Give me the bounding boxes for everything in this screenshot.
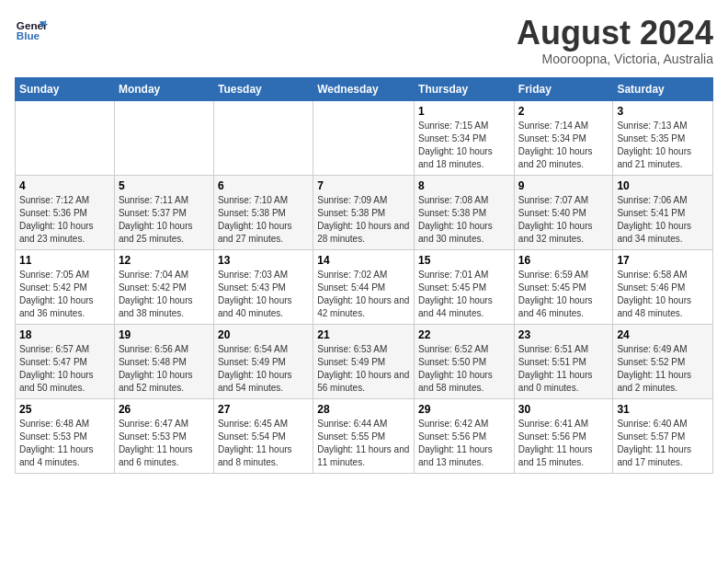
day-number: 5 [119, 179, 210, 192]
day-number: 29 [418, 403, 510, 416]
day-number: 19 [119, 328, 210, 341]
calendar-cell: 15Sunrise: 7:01 AM Sunset: 5:45 PM Dayli… [415, 249, 515, 324]
calendar-cell [114, 100, 213, 175]
day-number: 17 [617, 254, 709, 267]
day-number: 20 [218, 328, 309, 341]
day-info: Sunrise: 7:11 AM Sunset: 5:37 PM Dayligh… [119, 194, 210, 246]
calendar-cell: 3Sunrise: 7:13 AM Sunset: 5:35 PM Daylig… [613, 100, 713, 175]
calendar-cell: 23Sunrise: 6:51 AM Sunset: 5:51 PM Dayli… [514, 324, 613, 398]
day-number: 15 [418, 254, 510, 267]
day-number: 12 [119, 254, 210, 267]
calendar-cell: 16Sunrise: 6:59 AM Sunset: 5:45 PM Dayli… [514, 249, 613, 324]
day-info: Sunrise: 7:12 AM Sunset: 5:36 PM Dayligh… [19, 194, 110, 246]
calendar-cell: 22Sunrise: 6:52 AM Sunset: 5:50 PM Dayli… [415, 324, 515, 398]
calendar-cell: 29Sunrise: 6:42 AM Sunset: 5:56 PM Dayli… [415, 398, 515, 473]
day-number: 25 [19, 403, 110, 416]
day-info: Sunrise: 6:56 AM Sunset: 5:48 PM Dayligh… [119, 343, 210, 395]
day-number: 7 [317, 179, 410, 192]
calendar-cell: 14Sunrise: 7:02 AM Sunset: 5:44 PM Dayli… [313, 249, 415, 324]
day-info: Sunrise: 6:59 AM Sunset: 5:45 PM Dayligh… [518, 269, 609, 320]
calendar-cell: 30Sunrise: 6:41 AM Sunset: 5:56 PM Dayli… [514, 398, 613, 473]
calendar-cell: 10Sunrise: 7:06 AM Sunset: 5:41 PM Dayli… [613, 175, 713, 249]
calendar-cell: 6Sunrise: 7:10 AM Sunset: 5:38 PM Daylig… [213, 175, 313, 249]
day-info: Sunrise: 7:03 AM Sunset: 5:43 PM Dayligh… [218, 269, 309, 320]
month-title: August 2024 [517, 15, 713, 52]
svg-text:Blue: Blue [17, 29, 40, 41]
day-number: 27 [218, 403, 309, 416]
calendar-cell: 13Sunrise: 7:03 AM Sunset: 5:43 PM Dayli… [213, 249, 313, 324]
calendar-cell: 17Sunrise: 6:58 AM Sunset: 5:46 PM Dayli… [613, 249, 713, 324]
page-header: General Blue August 2024 Mooroopna, Vict… [15, 15, 713, 66]
calendar-cell: 31Sunrise: 6:40 AM Sunset: 5:57 PM Dayli… [613, 398, 713, 473]
day-info: Sunrise: 7:14 AM Sunset: 5:34 PM Dayligh… [518, 120, 609, 171]
calendar-cell: 24Sunrise: 6:49 AM Sunset: 5:52 PM Dayli… [613, 324, 713, 398]
logo-icon: General Blue [15, 15, 48, 48]
col-wednesday: Wednesday [313, 77, 415, 100]
day-number: 23 [518, 328, 609, 341]
day-info: Sunrise: 6:58 AM Sunset: 5:46 PM Dayligh… [617, 269, 709, 320]
calendar-cell: 27Sunrise: 6:45 AM Sunset: 5:54 PM Dayli… [213, 398, 313, 473]
day-info: Sunrise: 6:52 AM Sunset: 5:50 PM Dayligh… [418, 343, 510, 395]
day-info: Sunrise: 6:47 AM Sunset: 5:53 PM Dayligh… [119, 418, 210, 469]
calendar-cell: 9Sunrise: 7:07 AM Sunset: 5:40 PM Daylig… [514, 175, 613, 249]
day-number: 10 [617, 179, 709, 192]
day-info: Sunrise: 6:57 AM Sunset: 5:47 PM Dayligh… [19, 343, 110, 395]
calendar-week-2: 4Sunrise: 7:12 AM Sunset: 5:36 PM Daylig… [16, 175, 713, 249]
col-saturday: Saturday [613, 77, 713, 100]
calendar-header-row: Sunday Monday Tuesday Wednesday Thursday… [16, 77, 713, 100]
day-number: 4 [19, 179, 110, 192]
day-number: 13 [218, 254, 309, 267]
day-number: 24 [617, 328, 709, 341]
calendar-week-1: 1Sunrise: 7:15 AM Sunset: 5:34 PM Daylig… [16, 100, 713, 175]
calendar-cell: 18Sunrise: 6:57 AM Sunset: 5:47 PM Dayli… [16, 324, 115, 398]
col-friday: Friday [514, 77, 613, 100]
day-info: Sunrise: 6:45 AM Sunset: 5:54 PM Dayligh… [218, 418, 309, 469]
day-info: Sunrise: 6:49 AM Sunset: 5:52 PM Dayligh… [617, 343, 709, 395]
col-monday: Monday [114, 77, 213, 100]
day-info: Sunrise: 6:42 AM Sunset: 5:56 PM Dayligh… [418, 418, 510, 469]
calendar-cell: 12Sunrise: 7:04 AM Sunset: 5:42 PM Dayli… [114, 249, 213, 324]
day-number: 14 [317, 254, 410, 267]
day-info: Sunrise: 7:08 AM Sunset: 5:38 PM Dayligh… [418, 194, 510, 246]
calendar-cell: 4Sunrise: 7:12 AM Sunset: 5:36 PM Daylig… [16, 175, 115, 249]
col-thursday: Thursday [415, 77, 515, 100]
calendar-cell: 20Sunrise: 6:54 AM Sunset: 5:49 PM Dayli… [213, 324, 313, 398]
calendar-cell: 26Sunrise: 6:47 AM Sunset: 5:53 PM Dayli… [114, 398, 213, 473]
day-info: Sunrise: 7:13 AM Sunset: 5:35 PM Dayligh… [617, 120, 709, 171]
day-number: 9 [518, 179, 609, 192]
calendar-week-3: 11Sunrise: 7:05 AM Sunset: 5:42 PM Dayli… [16, 249, 713, 324]
day-number: 30 [518, 403, 609, 416]
day-info: Sunrise: 7:05 AM Sunset: 5:42 PM Dayligh… [19, 269, 110, 320]
day-number: 16 [518, 254, 609, 267]
day-number: 8 [418, 179, 510, 192]
day-info: Sunrise: 7:02 AM Sunset: 5:44 PM Dayligh… [317, 269, 410, 320]
day-info: Sunrise: 7:15 AM Sunset: 5:34 PM Dayligh… [418, 120, 510, 171]
day-info: Sunrise: 7:06 AM Sunset: 5:41 PM Dayligh… [617, 194, 709, 246]
calendar-cell: 11Sunrise: 7:05 AM Sunset: 5:42 PM Dayli… [16, 249, 115, 324]
calendar-cell: 5Sunrise: 7:11 AM Sunset: 5:37 PM Daylig… [114, 175, 213, 249]
calendar-cell: 7Sunrise: 7:09 AM Sunset: 5:38 PM Daylig… [313, 175, 415, 249]
calendar-cell: 2Sunrise: 7:14 AM Sunset: 5:34 PM Daylig… [514, 100, 613, 175]
day-info: Sunrise: 7:01 AM Sunset: 5:45 PM Dayligh… [418, 269, 510, 320]
day-info: Sunrise: 6:40 AM Sunset: 5:57 PM Dayligh… [617, 418, 709, 469]
calendar-cell [16, 100, 115, 175]
day-info: Sunrise: 6:41 AM Sunset: 5:56 PM Dayligh… [518, 418, 609, 469]
day-info: Sunrise: 6:44 AM Sunset: 5:55 PM Dayligh… [317, 418, 410, 469]
col-tuesday: Tuesday [213, 77, 313, 100]
day-number: 11 [19, 254, 110, 267]
calendar-week-5: 25Sunrise: 6:48 AM Sunset: 5:53 PM Dayli… [16, 398, 713, 473]
day-info: Sunrise: 6:53 AM Sunset: 5:49 PM Dayligh… [317, 343, 410, 395]
calendar-week-4: 18Sunrise: 6:57 AM Sunset: 5:47 PM Dayli… [16, 324, 713, 398]
calendar-cell [213, 100, 313, 175]
calendar-cell: 1Sunrise: 7:15 AM Sunset: 5:34 PM Daylig… [415, 100, 515, 175]
col-sunday: Sunday [16, 77, 115, 100]
day-number: 18 [19, 328, 110, 341]
day-number: 3 [617, 105, 709, 118]
calendar-cell: 19Sunrise: 6:56 AM Sunset: 5:48 PM Dayli… [114, 324, 213, 398]
day-number: 21 [317, 328, 410, 341]
calendar-cell: 25Sunrise: 6:48 AM Sunset: 5:53 PM Dayli… [16, 398, 115, 473]
day-number: 6 [218, 179, 309, 192]
calendar-cell: 21Sunrise: 6:53 AM Sunset: 5:49 PM Dayli… [313, 324, 415, 398]
day-number: 31 [617, 403, 709, 416]
day-info: Sunrise: 7:10 AM Sunset: 5:38 PM Dayligh… [218, 194, 309, 246]
